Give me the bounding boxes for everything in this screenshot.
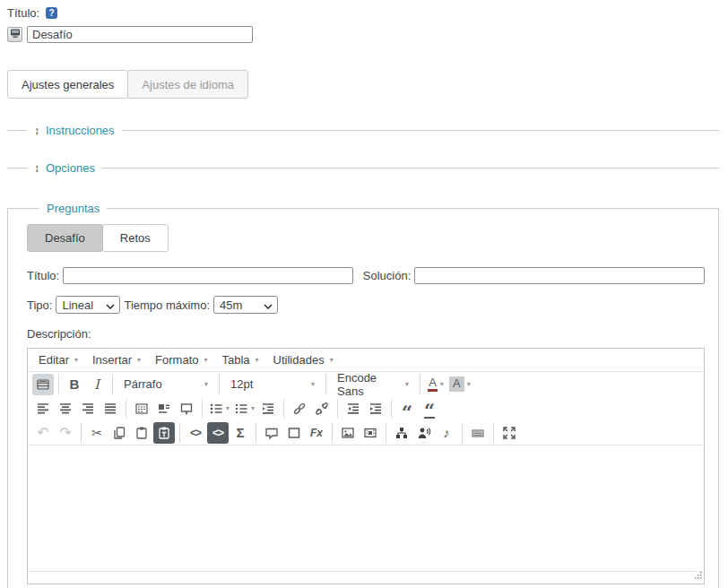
editor-content-area[interactable] (28, 445, 704, 571)
font-family-dropdown[interactable]: Encode Sans ▾ (331, 374, 415, 395)
sitemap-button[interactable] (391, 422, 412, 444)
inline-quote-button[interactable]: “ (419, 398, 440, 419)
tab-desafio[interactable]: Desafío (27, 224, 103, 252)
translate-button[interactable] (7, 27, 22, 42)
menu-formato[interactable]: Formato ▾ (148, 350, 214, 369)
resize-handle-icon[interactable] (693, 569, 703, 583)
question-tab-bar: Desafío Retos (27, 224, 705, 252)
align-justify-button[interactable] (100, 398, 121, 419)
function-button[interactable]: Fx (306, 422, 327, 444)
max-time-select[interactable]: 45m (213, 296, 278, 314)
embed-code-button[interactable]: <> (207, 422, 229, 444)
blockquote-button[interactable]: “ (396, 398, 418, 419)
outdent-icon (346, 402, 360, 416)
media-button[interactable] (360, 422, 381, 444)
numbered-list-button[interactable]: ▾ (232, 398, 256, 419)
embed-button[interactable] (176, 398, 197, 419)
menu-editar[interactable]: Editar ▾ (31, 350, 85, 369)
outdent-button[interactable] (342, 398, 364, 419)
paste-as-text-button[interactable] (153, 422, 175, 444)
section-legend-preguntas: Preguntas (39, 202, 107, 215)
indent-icon (368, 402, 383, 416)
description-label: Descripción: (27, 327, 705, 341)
max-time-select-value: 45m (220, 298, 242, 312)
visual-blocks-button[interactable] (153, 398, 175, 419)
table-grid-button[interactable] (32, 374, 54, 395)
template-icon (134, 402, 149, 416)
paste-as-text-icon (157, 426, 171, 440)
max-time-label: Tiempo máximo: (124, 298, 210, 312)
background-color-button[interactable]: A ▾ (447, 374, 472, 395)
container-button[interactable] (283, 422, 305, 444)
undo-button[interactable]: ↶ (32, 422, 54, 444)
form-page: Título: ? Ajustes generales Ajustes de i… (0, 0, 728, 588)
align-center-button[interactable] (55, 398, 76, 419)
copy-button[interactable] (108, 422, 130, 444)
section-title: Instrucciones (46, 124, 115, 137)
tab-ajustes-de-idioma[interactable]: Ajustes de idioma (127, 70, 248, 99)
font-size-dropdown[interactable]: 12pt ▾ (224, 374, 321, 395)
link-button[interactable] (289, 398, 310, 419)
section-opciones: ↕Opciones (7, 161, 719, 175)
html-snippet-button[interactable] (467, 422, 489, 444)
text-to-speech-button[interactable] (413, 422, 435, 444)
sitemap-icon (394, 426, 409, 440)
fullscreen-icon (502, 426, 516, 440)
html-snippet-icon (471, 426, 485, 440)
indent-button[interactable] (365, 398, 386, 419)
source-code-button[interactable]: <> (185, 422, 206, 444)
tab-ajustes-generales[interactable]: Ajustes generales (7, 70, 128, 99)
chevron-down-icon (264, 298, 273, 312)
caret-down-icon: ▾ (74, 357, 78, 364)
menu-insertar[interactable]: Insertar ▾ (85, 350, 148, 369)
paragraph-style-dropdown[interactable]: Párrafo ▾ (117, 374, 214, 395)
editor-statusbar (28, 571, 704, 584)
italic-button[interactable]: I (86, 374, 108, 395)
section-legend-opciones[interactable]: ↕Opciones (27, 161, 102, 175)
copy-icon (112, 426, 126, 440)
bold-button[interactable]: B (64, 374, 85, 395)
tab-retos[interactable]: Retos (102, 224, 169, 252)
text-color-button[interactable]: A ▾ (425, 374, 446, 395)
type-select[interactable]: Lineal (56, 296, 120, 314)
rich-text-editor: Editar ▾ Insertar ▾ Formato ▾ Tabla ▾ Ut… (27, 348, 705, 584)
section-instrucciones: ↕Instrucciones (7, 124, 719, 137)
caret-down-icon: ▾ (440, 381, 444, 388)
editor-toolbar-3: ↶ ↷ ✂ <> <> Σ Fx (28, 420, 704, 445)
bullet-list-button[interactable]: ▾ (207, 398, 231, 419)
collapse-icon: ↕ (34, 162, 39, 175)
section-legend-instrucciones[interactable]: ↕Instrucciones (27, 124, 122, 137)
align-right-icon (81, 402, 95, 416)
caret-down-icon: ▾ (204, 357, 207, 364)
inline-quote-icon: “ (424, 398, 435, 419)
fullscreen-button[interactable] (498, 422, 520, 444)
collapse-icon: ↕ (34, 125, 39, 137)
solution-input[interactable] (414, 267, 705, 284)
translate-icon (10, 28, 21, 41)
title-input[interactable] (27, 26, 253, 43)
align-left-button[interactable] (32, 398, 54, 419)
image-button[interactable] (337, 422, 359, 444)
menu-tabla[interactable]: Tabla ▾ (215, 350, 266, 369)
math-button[interactable]: Σ (230, 422, 251, 444)
comment-button[interactable] (261, 422, 282, 444)
comment-icon (264, 426, 279, 440)
caret-down-icon: ▾ (405, 381, 409, 388)
redo-button[interactable]: ↷ (55, 422, 76, 444)
settings-tab-bar: Ajustes generales Ajustes de idioma (7, 70, 719, 99)
line-indent-button[interactable] (257, 398, 279, 419)
audio-note-button[interactable]: ♪ (436, 422, 457, 444)
paste-icon (134, 426, 149, 440)
unlink-button[interactable] (311, 398, 333, 419)
menu-utilidades[interactable]: Utilidades ▾ (266, 350, 341, 369)
template-button[interactable] (131, 398, 152, 419)
section-title: Preguntas (47, 202, 100, 215)
align-right-button[interactable] (77, 398, 99, 419)
embed-icon (179, 402, 194, 416)
help-icon[interactable]: ? (46, 7, 57, 19)
numbered-list-icon (234, 402, 248, 416)
paste-button[interactable] (131, 422, 152, 444)
question-title-input[interactable] (63, 267, 353, 284)
cut-button[interactable]: ✂ (86, 422, 108, 444)
editor-toolbar-1: B I Párrafo ▾ 12pt ▾ (28, 372, 704, 396)
